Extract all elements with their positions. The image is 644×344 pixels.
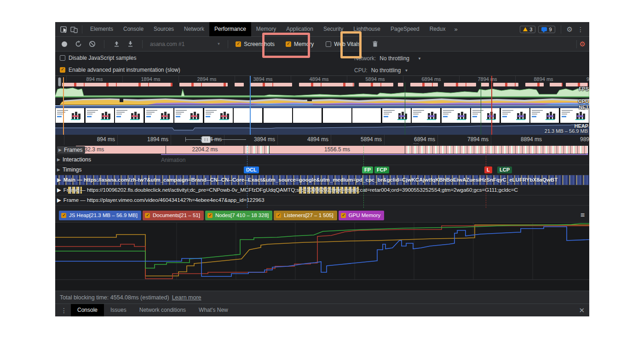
frame-duration-bar[interactable]: 2204.2 ms xyxy=(166,146,244,154)
filmstrip-screenshot[interactable] xyxy=(530,108,559,123)
long-frame-bar xyxy=(235,83,244,86)
clear-recording-button[interactable] xyxy=(87,40,97,49)
overview-left-handle[interactable] xyxy=(58,77,61,86)
legend-menu-icon[interactable]: ≡ xyxy=(581,211,585,219)
filmstrip-screenshot[interactable] xyxy=(323,108,351,123)
learn-more-link[interactable]: Learn more xyxy=(172,294,201,301)
tab-application[interactable]: Application xyxy=(281,22,318,36)
ruler-tick: 8894 ms xyxy=(491,135,544,145)
timings-track[interactable]: ▶Timings DCLFPFCPLLCP xyxy=(55,165,589,175)
device-toolbar-icon[interactable] xyxy=(69,25,79,34)
filmstrip-screenshot[interactable] xyxy=(234,108,262,123)
inspect-element-icon[interactable] xyxy=(59,25,69,34)
kebab-menu-icon[interactable]: ⋮ xyxy=(575,26,586,33)
chevron-down-icon: ▼ xyxy=(217,42,220,46)
frame-track-vimeo[interactable]: ▶Frame — https://player.vimeo.com/video/… xyxy=(55,195,589,206)
tab-network[interactable]: Network xyxy=(179,22,209,36)
divider xyxy=(142,40,143,48)
tab-lighthouse[interactable]: Lighthouse xyxy=(348,22,385,36)
messages-badge[interactable]: 9 xyxy=(538,26,555,33)
frame-track-doubleclick[interactable]: ▶Frame — https://10096202.fls.doubleclic… xyxy=(55,185,589,195)
filmstrip-screenshot[interactable] xyxy=(56,108,84,123)
tab-console[interactable]: Console xyxy=(118,22,149,36)
legend-chip-js-heap[interactable]: JS Heap[21.3 MB – 56.9 MB] xyxy=(59,211,141,220)
filmstrip-screenshot[interactable] xyxy=(412,108,440,123)
divider xyxy=(576,40,577,48)
filmstrip-screenshot[interactable] xyxy=(560,108,589,123)
ruler-tick: 2894 ms xyxy=(171,135,224,145)
timeline-overview[interactable]: 894 ms1894 ms2894 ms3894 ms4894 ms5894 m… xyxy=(55,76,589,145)
save-profile-icon[interactable] xyxy=(126,40,135,49)
ruler-tick: 2894 ms xyxy=(178,76,235,82)
tab-redux[interactable]: Redux xyxy=(425,22,451,36)
filmstrip-screenshot[interactable] xyxy=(471,108,500,123)
cpu-throttling-select[interactable]: CPU: No throttling ▼ xyxy=(354,67,408,74)
filmstrip-screenshot[interactable] xyxy=(115,108,144,123)
filmstrip-screenshot[interactable] xyxy=(382,108,411,123)
selection-drag-handle[interactable] xyxy=(201,136,211,143)
filmstrip-screenshot[interactable] xyxy=(352,108,381,123)
disable-js-samples-checkbox[interactable]: Disable JavaScript samples xyxy=(60,55,136,61)
timings-track-label[interactable]: ▶Timings xyxy=(57,166,81,173)
filmstrip-screenshot[interactable] xyxy=(264,108,292,123)
tab-performance[interactable]: Performance xyxy=(209,22,251,36)
more-tabs-chevron[interactable]: » xyxy=(450,22,461,36)
network-throttling-select[interactable]: Network: No throttling ▼ xyxy=(354,55,421,62)
expand-triangle-icon[interactable]: ▶ xyxy=(57,197,61,203)
expand-triangle-icon[interactable]: ▶ xyxy=(57,177,61,183)
tab-pagespeed[interactable]: PageSpeed xyxy=(385,22,425,36)
record-button[interactable] xyxy=(60,40,69,49)
frames-track-label[interactable]: ▶Frames xyxy=(57,146,85,154)
frames-track[interactable]: 832.3 ms 2204.2 ms 1556.5 ms ▶Frames xyxy=(55,145,589,155)
web-vitals-checkbox[interactable]: Web Vitals xyxy=(326,41,360,47)
drawer-tab-what's-new[interactable]: What's New xyxy=(192,304,235,316)
drawer-tab-issues[interactable]: Issues xyxy=(104,304,133,316)
expand-triangle-icon[interactable]: ▶ xyxy=(57,167,60,172)
drawer-close-icon[interactable]: ✕ xyxy=(579,306,585,315)
ruler-tick: 6894 ms xyxy=(403,76,459,82)
legend-chip-label: Listeners[27 – 1 505] xyxy=(284,212,333,218)
garbage-collect-icon[interactable] xyxy=(370,40,380,49)
filmstrip-screenshot[interactable] xyxy=(501,108,529,123)
expand-triangle-icon[interactable]: ▶ xyxy=(58,146,62,154)
long-frame-bar xyxy=(525,83,544,86)
drawer-kebab-menu-icon[interactable]: ⋮ xyxy=(59,307,69,314)
legend-chip-gpu-memory[interactable]: GPU Memory xyxy=(339,211,385,220)
filmstrip-screenshot[interactable] xyxy=(442,108,470,123)
long-frame-bar xyxy=(493,83,518,86)
filmstrip-screenshot[interactable] xyxy=(204,108,233,123)
long-frame-bar xyxy=(179,83,228,86)
interactions-track-label[interactable]: ▶Interactions xyxy=(57,156,91,163)
interactions-track[interactable]: ▶Interactions Animation xyxy=(55,155,589,165)
expand-triangle-icon[interactable]: ▶ xyxy=(57,187,61,193)
tab-memory[interactable]: Memory xyxy=(251,22,281,36)
tab-sources[interactable]: Sources xyxy=(149,22,179,36)
load-profile-icon[interactable] xyxy=(112,40,121,49)
drawer-tab-network-conditions[interactable]: Network conditions xyxy=(133,304,192,316)
filmstrip-screenshot[interactable] xyxy=(86,108,114,123)
capture-settings-gear-icon[interactable]: ⚙ xyxy=(580,40,586,48)
filmstrip-screenshot[interactable] xyxy=(145,108,173,123)
cpu-lane-label: CPU xyxy=(578,98,589,104)
tab-elements[interactable]: Elements xyxy=(85,22,118,36)
chevron-down-icon: ▼ xyxy=(418,57,421,61)
filmstrip-screenshot[interactable] xyxy=(174,108,203,123)
memory-checkbox[interactable]: Memory xyxy=(286,41,314,47)
divider xyxy=(228,40,228,48)
frame-duration-bar[interactable]: 1556.5 ms xyxy=(270,146,405,154)
filmstrip-screenshot[interactable] xyxy=(293,108,322,123)
profile-select[interactable]: asana.com #1▼ xyxy=(150,41,220,47)
warnings-badge[interactable]: 3 xyxy=(520,26,535,33)
frame-duration-bar[interactable]: 832.3 ms xyxy=(76,146,166,154)
expand-triangle-icon[interactable]: ▶ xyxy=(57,157,60,162)
legend-chip-nodes[interactable]: Nodes[7 410 – 18 328] xyxy=(205,211,272,220)
tab-security[interactable]: Security xyxy=(318,22,348,36)
advanced-paint-checkbox[interactable]: Enable advanced paint instrumentation (s… xyxy=(60,67,180,73)
settings-gear-icon[interactable]: ⚙ xyxy=(567,25,573,34)
main-thread-track[interactable]: ▶Main — https://asana.com/zh-tw?&utm_cam… xyxy=(55,175,589,185)
legend-chip-documents[interactable]: Documents[21 – 51] xyxy=(143,211,204,220)
legend-chip-listeners[interactable]: Listeners[27 – 1 505] xyxy=(274,211,337,220)
screenshots-checkbox[interactable]: Screenshots xyxy=(236,41,275,47)
reload-and-record-button[interactable] xyxy=(74,40,83,49)
drawer-tab-console[interactable]: Console xyxy=(71,304,104,316)
